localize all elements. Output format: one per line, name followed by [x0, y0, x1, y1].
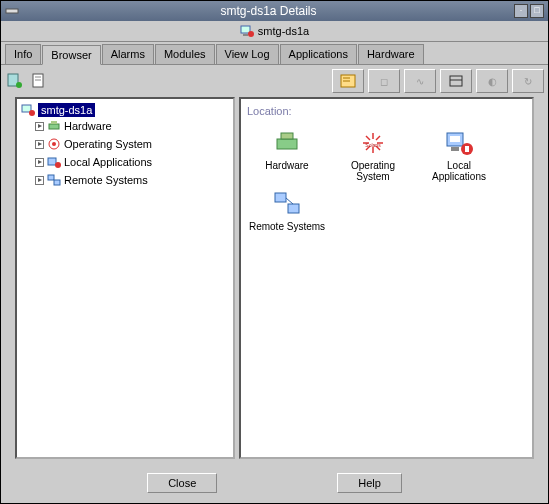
expand-icon[interactable]: ▸: [35, 122, 44, 131]
tab-label: Hardware: [367, 48, 415, 60]
tree-pane: smtg-ds1a ▸ Hardware ▸ Operating System …: [15, 97, 235, 459]
hardware-icon: [47, 119, 61, 133]
os-icon: [47, 137, 61, 151]
tab-label: View Log: [225, 48, 270, 60]
svg-point-5: [16, 82, 22, 88]
tree-item-label: Remote Systems: [64, 174, 148, 186]
svg-rect-20: [48, 158, 56, 165]
indicator-icon: ◐: [488, 76, 497, 87]
toolbar-doc-icon[interactable]: [29, 71, 49, 91]
remote-icon: [273, 190, 301, 218]
icon-grid: Hardware Solaris Operating System Local …: [247, 129, 526, 232]
square-icon: ◻: [380, 76, 388, 87]
footer: Close Help: [1, 463, 548, 503]
local-apps-icon: [445, 129, 473, 157]
subtitle-bar: smtg-ds1a: [1, 21, 548, 42]
svg-text:Solaris: Solaris: [365, 142, 381, 148]
help-button[interactable]: Help: [337, 473, 402, 493]
location-label: Location:: [247, 105, 526, 117]
grid-item-remote[interactable]: Remote Systems: [247, 190, 327, 232]
host-icon: [240, 24, 254, 38]
tree-item-label: Hardware: [64, 120, 112, 132]
toolbar-btn-3[interactable]: ∿: [404, 69, 436, 93]
tree-item-label: Operating System: [64, 138, 152, 150]
svg-rect-23: [54, 180, 60, 185]
svg-rect-16: [49, 124, 59, 129]
titlebar: smtg-ds1a Details · □: [1, 1, 548, 21]
tree-item-local-apps[interactable]: ▸ Local Applications: [21, 153, 229, 171]
detail-pane: Location: Hardware Solaris Operating Sys…: [239, 97, 534, 459]
button-label: Close: [168, 477, 196, 489]
tree-item-remote[interactable]: ▸ Remote Systems: [21, 171, 229, 189]
grid-item-hardware[interactable]: Hardware: [247, 129, 327, 182]
svg-rect-1: [241, 26, 250, 33]
tree-item-label: Local Applications: [64, 156, 152, 168]
tab-label: Modules: [164, 48, 206, 60]
svg-rect-14: [22, 105, 31, 112]
svg-rect-36: [450, 136, 460, 142]
svg-point-15: [29, 110, 35, 116]
svg-point-3: [248, 31, 254, 37]
svg-rect-2: [243, 34, 248, 36]
subtitle-text: smtg-ds1a: [258, 25, 309, 37]
toolbar-btn-1[interactable]: [332, 69, 364, 93]
svg-rect-37: [451, 147, 459, 151]
toolbar-btn-2[interactable]: ◻: [368, 69, 400, 93]
tree-item-os[interactable]: ▸ Operating System: [21, 135, 229, 153]
tab-modules[interactable]: Modules: [155, 44, 215, 64]
svg-line-32: [376, 136, 380, 140]
tab-label: Info: [14, 48, 32, 60]
tree-item-hardware[interactable]: ▸ Hardware: [21, 117, 229, 135]
tab-label: Applications: [289, 48, 348, 60]
toolbar-module-icon[interactable]: [5, 71, 25, 91]
local-apps-icon: [47, 155, 61, 169]
svg-rect-12: [450, 76, 462, 86]
tab-bar: Info Browser Alarms Modules View Log App…: [1, 42, 548, 65]
svg-rect-41: [288, 204, 299, 213]
os-icon: Solaris: [359, 129, 387, 157]
svg-point-21: [55, 162, 61, 168]
grid-item-os[interactable]: Solaris Operating System: [333, 129, 413, 182]
grid-item-local-apps[interactable]: Local Applications: [419, 129, 499, 182]
window-menu-icon[interactable]: [5, 4, 19, 18]
grid-item-label: Operating System: [333, 160, 413, 182]
svg-rect-24: [277, 139, 297, 149]
remote-icon: [47, 173, 61, 187]
tab-view-log[interactable]: View Log: [216, 44, 279, 64]
minimize-button[interactable]: ·: [514, 4, 528, 18]
svg-rect-0: [6, 9, 18, 13]
tab-applications[interactable]: Applications: [280, 44, 357, 64]
close-button[interactable]: Close: [147, 473, 217, 493]
tree-root[interactable]: smtg-ds1a: [21, 103, 229, 117]
toolbar-btn-6[interactable]: ↻: [512, 69, 544, 93]
toolbar-btn-5[interactable]: ◐: [476, 69, 508, 93]
expand-icon[interactable]: ▸: [35, 158, 44, 167]
host-icon: [21, 103, 35, 117]
tab-browser[interactable]: Browser: [42, 45, 100, 65]
refresh-icon: ↻: [524, 76, 532, 87]
expand-icon[interactable]: ▸: [35, 140, 44, 149]
svg-rect-17: [51, 121, 57, 124]
window-title: smtg-ds1a Details: [23, 4, 514, 18]
toolbar: ◻ ∿ ◐ ↻: [1, 65, 548, 97]
wave-icon: ∿: [416, 76, 424, 87]
svg-rect-25: [281, 133, 293, 139]
tab-label: Browser: [51, 49, 91, 61]
details-window: smtg-ds1a Details · □ smtg-ds1a Info Bro…: [0, 0, 549, 504]
svg-rect-22: [48, 175, 54, 180]
tree-root-label: smtg-ds1a: [38, 103, 95, 117]
grid-item-label: Remote Systems: [247, 221, 327, 232]
grid-item-label: Hardware: [247, 160, 327, 171]
maximize-button[interactable]: □: [530, 4, 544, 18]
tab-alarms[interactable]: Alarms: [102, 44, 154, 64]
button-label: Help: [358, 477, 381, 489]
tab-hardware[interactable]: Hardware: [358, 44, 424, 64]
svg-rect-39: [465, 146, 469, 152]
tab-info[interactable]: Info: [5, 44, 41, 64]
toolbar-btn-4[interactable]: [440, 69, 472, 93]
svg-rect-40: [275, 193, 286, 202]
grid-item-label: Local Applications: [419, 160, 499, 182]
expand-icon[interactable]: ▸: [35, 176, 44, 185]
tab-label: Alarms: [111, 48, 145, 60]
svg-line-42: [286, 198, 293, 204]
